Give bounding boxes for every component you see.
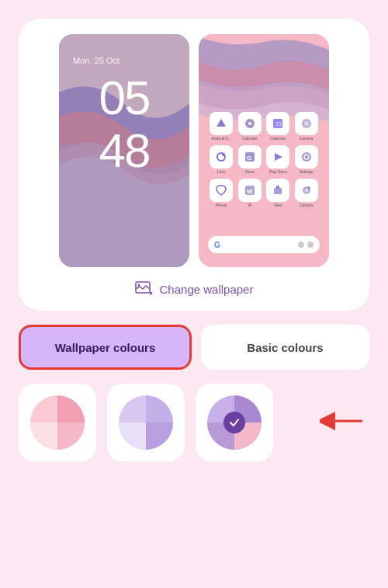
search-bar: G	[208, 236, 320, 253]
swatches-row	[19, 384, 369, 461]
check-icon	[229, 417, 240, 428]
lens-icon	[307, 242, 314, 248]
svg-point-10	[222, 153, 225, 156]
svg-text:25: 25	[275, 121, 282, 127]
app-icon-col: Camera	[295, 112, 319, 141]
svg-point-24	[137, 284, 140, 287]
change-wallpaper-label: Change wallpaper	[160, 283, 254, 296]
lock-time: 05 48	[59, 71, 189, 177]
app-icon	[238, 112, 262, 135]
screens-row: Mon, 25 Oct 05 48 Andro	[34, 34, 354, 267]
app-label: W	[248, 203, 251, 207]
app-icon-col: Camera	[295, 179, 319, 207]
swatch-pink[interactable]	[19, 384, 96, 461]
app-icon	[295, 145, 318, 169]
app-icon	[210, 112, 233, 135]
lock-date: Mon, 25 Oct	[73, 56, 120, 65]
app-label: Calendar	[270, 136, 286, 141]
app-label: Android A...	[211, 136, 231, 141]
selection-arrow	[320, 412, 366, 433]
svg-marker-13	[275, 153, 282, 161]
change-wallpaper-button[interactable]: Change wallpaper	[129, 278, 260, 300]
app-icon-col: W W	[238, 179, 262, 207]
app-icon-col: Phone	[210, 179, 234, 207]
app-label: Nova	[245, 169, 255, 174]
app-icon	[210, 145, 233, 169]
basic-colours-tab[interactable]: Basic colours	[201, 325, 369, 370]
search-icons	[298, 242, 314, 248]
svg-marker-2	[217, 119, 226, 127]
home-screen: Android A... Calendar 25 Calendar Camera	[199, 34, 329, 267]
app-icon: G	[238, 145, 262, 169]
wallpaper-colours-tab[interactable]: Wallpaper colours	[19, 325, 192, 370]
google-logo: G	[214, 241, 220, 249]
swatch-lavender-pie	[119, 395, 173, 450]
app-label: Phone	[216, 203, 227, 207]
svg-point-4	[248, 122, 251, 125]
arrow-icon	[320, 412, 366, 430]
app-icon: 25	[266, 112, 289, 135]
selected-check	[223, 412, 245, 433]
app-icon-col: Settings	[295, 145, 319, 174]
svg-point-8	[304, 121, 309, 126]
app-label: Camera	[300, 136, 314, 141]
app-icon	[266, 179, 289, 202]
wallpaper-icon	[135, 281, 154, 297]
app-icon-col: Android A...	[210, 112, 234, 141]
app-icon	[210, 179, 233, 202]
app-label: Calendar	[242, 136, 258, 141]
svg-text:G: G	[247, 155, 251, 162]
app-icon-col: Lens	[210, 145, 234, 174]
preview-card: Mon, 25 Oct 05 48 Andro	[19, 19, 369, 311]
lock-screen: Mon, 25 Oct 05 48	[59, 34, 189, 267]
app-icon-col: 25 Calendar	[266, 112, 290, 141]
app-label: Camera	[300, 203, 314, 207]
app-label: Play Store	[269, 169, 287, 174]
app-icon	[266, 145, 289, 169]
app-grid: Android A... Calendar 25 Calendar Camera	[210, 112, 318, 207]
svg-point-14	[302, 152, 311, 162]
tab-row: Wallpaper colours Basic colours	[19, 325, 369, 370]
svg-point-22	[305, 189, 308, 192]
app-icon-col: Files	[266, 179, 290, 207]
mic-icon	[298, 242, 304, 248]
swatch-purple[interactable]	[196, 384, 273, 461]
app-icon: W	[238, 179, 262, 202]
svg-rect-18	[274, 188, 282, 194]
app-icon-col: Play Store	[266, 145, 290, 174]
app-label: Settings	[300, 169, 314, 174]
app-label: Files	[274, 203, 282, 207]
svg-point-21	[307, 186, 310, 190]
svg-text:W: W	[247, 188, 253, 195]
app-label: Lens	[217, 169, 226, 174]
svg-rect-19	[276, 186, 279, 189]
app-icon-col: G Nova	[238, 145, 262, 174]
swatch-lavender[interactable]	[107, 384, 185, 461]
app-icon	[295, 112, 318, 135]
swatch-pink-pie	[30, 395, 85, 450]
app-icon	[295, 179, 318, 202]
app-icon-col: Calendar	[238, 112, 262, 141]
